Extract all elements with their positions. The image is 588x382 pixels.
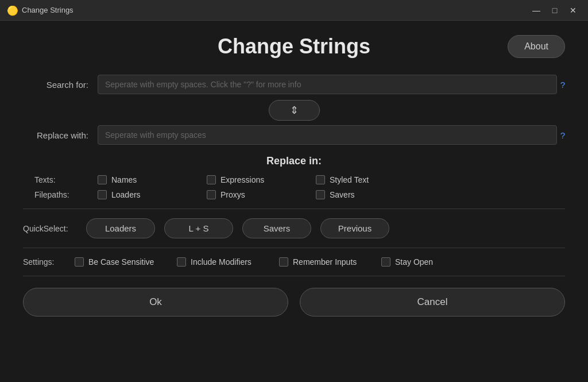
main-content: Change Strings About Search for: ? ⇕ Rep…: [0, 21, 588, 328]
styled-text-label: Styled Text: [330, 175, 369, 184]
settings-checkboxes: Be Case Sensitive Include Modifiers Reme…: [75, 257, 467, 267]
quickselect-label: QuickSelect:: [23, 224, 86, 233]
filepaths-row: Filepaths: Loaders Proxys Savers: [34, 190, 565, 199]
qs-ls-button[interactable]: L + S: [164, 218, 233, 238]
quickselect-buttons: Loaders L + S Savers Previous: [86, 218, 565, 238]
header-row: Change Strings About: [23, 34, 565, 59]
search-input-wrap: ?: [98, 75, 565, 94]
filepaths-checkbox-group: Loaders Proxys Savers: [98, 190, 565, 199]
remember-inputs-label: Remember Inputs: [293, 257, 357, 267]
qs-previous-button[interactable]: Previous: [320, 218, 389, 238]
divider-3: [23, 276, 565, 276]
swap-row: ⇕: [23, 100, 565, 121]
stay-open-label: Stay Open: [395, 257, 433, 267]
loaders-label: Loaders: [111, 190, 141, 199]
page-title: Change Strings: [218, 34, 370, 59]
proxys-label: Proxys: [220, 190, 245, 199]
search-for-label: Search for:: [23, 80, 98, 90]
texts-checkbox-group: Names Expressions Styled Text: [98, 175, 565, 184]
checkbox-expressions: Expressions: [207, 175, 293, 184]
search-for-row: Search for: ?: [23, 75, 565, 94]
title-bar-left: 🟡 Change Strings: [7, 5, 74, 16]
proxys-checkbox[interactable]: [207, 190, 216, 199]
close-button[interactable]: ✕: [565, 4, 581, 17]
expressions-label: Expressions: [220, 175, 264, 184]
title-bar-title: Change Strings: [22, 6, 74, 14]
settings-label: Settings:: [23, 257, 75, 267]
title-bar: 🟡 Change Strings — □ ✕: [0, 0, 588, 21]
checkbox-styled-text: Styled Text: [316, 175, 402, 184]
savers-label: Savers: [330, 190, 355, 199]
swap-button[interactable]: ⇕: [269, 100, 320, 121]
setting-case-sensitive: Be Case Sensitive: [75, 257, 161, 267]
app-icon: 🟡: [7, 5, 17, 16]
checkbox-proxys: Proxys: [207, 190, 293, 199]
texts-label: Texts:: [34, 175, 98, 184]
styled-text-checkbox[interactable]: [316, 175, 325, 184]
remember-inputs-checkbox[interactable]: [279, 257, 288, 267]
checkboxes-section: Texts: Names Expressions Styled Text Fil…: [23, 175, 565, 199]
replace-input[interactable]: [98, 125, 557, 145]
bottom-buttons: Ok Cancel: [23, 288, 565, 317]
checkbox-loaders: Loaders: [98, 190, 184, 199]
divider-2: [23, 248, 565, 248]
expressions-checkbox[interactable]: [207, 175, 216, 184]
setting-remember-inputs: Remember Inputs: [279, 257, 365, 267]
include-modifiers-label: Include Modifiers: [191, 257, 252, 267]
setting-include-modifiers: Include Modifiers: [177, 257, 263, 267]
names-label: Names: [111, 175, 137, 184]
replace-in-title: Replace in:: [23, 155, 565, 167]
savers-checkbox[interactable]: [316, 190, 325, 199]
quickselect-row: QuickSelect: Loaders L + S Savers Previo…: [23, 218, 565, 238]
settings-row: Settings: Be Case Sensitive Include Modi…: [23, 257, 565, 267]
search-input[interactable]: [98, 75, 557, 94]
qs-loaders-button[interactable]: Loaders: [86, 218, 155, 238]
replace-help-link[interactable]: ?: [560, 130, 565, 140]
checkbox-savers: Savers: [316, 190, 402, 199]
case-sensitive-label: Be Case Sensitive: [88, 257, 154, 267]
texts-row: Texts: Names Expressions Styled Text: [34, 175, 565, 184]
replace-input-wrap: ?: [98, 125, 565, 145]
cancel-button[interactable]: Cancel: [300, 288, 565, 317]
replace-with-label: Replace with:: [23, 130, 98, 140]
loaders-checkbox[interactable]: [98, 190, 107, 199]
checkbox-names: Names: [98, 175, 184, 184]
search-help-link[interactable]: ?: [560, 80, 565, 90]
stay-open-checkbox[interactable]: [381, 257, 390, 267]
filepaths-label: Filepaths:: [34, 190, 98, 199]
divider-1: [23, 209, 565, 209]
include-modifiers-checkbox[interactable]: [177, 257, 186, 267]
title-bar-controls: — □ ✕: [528, 4, 581, 17]
minimize-button[interactable]: —: [528, 4, 544, 17]
ok-button[interactable]: Ok: [23, 288, 288, 317]
case-sensitive-checkbox[interactable]: [75, 257, 84, 267]
replace-with-row: Replace with: ?: [23, 125, 565, 145]
names-checkbox[interactable]: [98, 175, 107, 184]
setting-stay-open: Stay Open: [381, 257, 467, 267]
qs-savers-button[interactable]: Savers: [242, 218, 311, 238]
about-button[interactable]: About: [508, 35, 565, 58]
maximize-button[interactable]: □: [547, 4, 563, 17]
